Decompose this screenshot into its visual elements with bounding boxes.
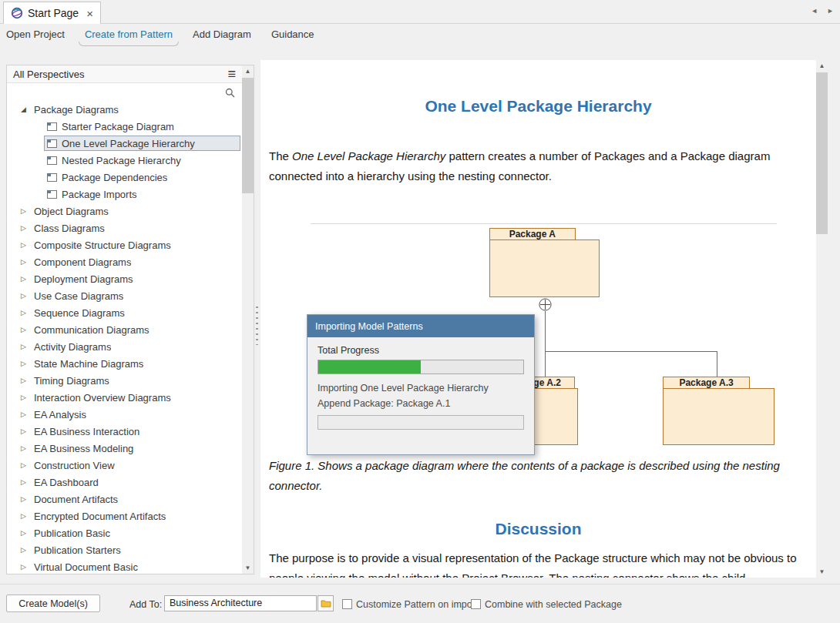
expand-arrow-icon[interactable] (21, 292, 31, 300)
tree-item[interactable]: Deployment Diagrams (7, 270, 242, 287)
expand-arrow-icon[interactable] (21, 377, 31, 384)
expand-arrow-icon[interactable] (21, 546, 31, 554)
nesting-connector-icon (539, 298, 552, 311)
expand-arrow-icon[interactable] (21, 106, 31, 113)
start-page-icon (11, 7, 23, 19)
tree-item-inner: Interaction Overview Diagrams (31, 390, 240, 405)
scrollbar-thumb[interactable] (816, 72, 828, 234)
expand-arrow-icon[interactable] (21, 343, 31, 350)
tree-item[interactable]: Document Artifacts (7, 491, 242, 507)
menu-item[interactable]: Create from Pattern (85, 28, 173, 40)
diagram-pattern-icon (47, 173, 57, 182)
package-a3-label: Package A.3 (663, 377, 750, 389)
tab-scroll-left-icon[interactable]: ◄ (811, 7, 818, 15)
tree-item[interactable]: EA Analysis (7, 406, 242, 423)
tree-item[interactable]: Publication Starters (7, 541, 242, 558)
tree-item[interactable]: Component Diagrams (7, 253, 242, 270)
expand-arrow-icon[interactable] (21, 224, 31, 232)
package-a3-body (663, 388, 774, 445)
menu-item[interactable]: Add Diagram (193, 28, 251, 40)
tree-item[interactable]: Nested Package Hierarchy (7, 152, 242, 169)
document-title: One Level Package Hierarchy (260, 97, 816, 116)
tree-item[interactable]: Activity Diagrams (7, 338, 242, 355)
expand-arrow-icon[interactable] (21, 258, 31, 266)
expand-arrow-icon[interactable] (21, 241, 31, 249)
expand-arrow-icon[interactable] (21, 360, 31, 367)
tree-item[interactable]: Object Diagrams (7, 203, 242, 219)
combine-package-checkbox[interactable] (471, 599, 481, 609)
scroll-down-icon[interactable] (242, 562, 254, 574)
tree-item[interactable]: Package Diagrams (7, 101, 242, 118)
tree-item[interactable]: Package Imports (7, 186, 242, 203)
expand-arrow-icon[interactable] (21, 478, 31, 486)
tree-item-label: Publication Starters (34, 544, 121, 556)
diagram-pattern-icon (47, 156, 57, 165)
scroll-up-icon[interactable] (242, 65, 254, 77)
tree-item[interactable]: Timing Diagrams (7, 372, 242, 389)
tree-item[interactable]: Virtual Document Basic (7, 558, 242, 574)
tree-item[interactable]: Composite Structure Diagrams (7, 236, 242, 253)
create-models-button[interactable]: Create Model(s) (6, 595, 100, 612)
perspectives-header[interactable]: All Perspectives ≡ (7, 65, 242, 83)
menu-item[interactable]: Guidance (271, 28, 314, 40)
tree-item[interactable]: Use Case Diagrams (7, 287, 242, 304)
expand-arrow-icon[interactable] (21, 461, 31, 469)
package-a-label: Package A (489, 228, 576, 240)
tree-item[interactable]: Construction View (7, 457, 242, 474)
tab-scroll-right-icon[interactable]: ► (827, 7, 834, 15)
expand-arrow-icon[interactable] (21, 495, 31, 503)
browse-folder-button[interactable] (318, 595, 334, 611)
expand-arrow-icon[interactable] (21, 394, 31, 401)
tree-item-inner: EA Business Interaction (31, 424, 240, 439)
tree-item[interactable]: State Machine Diagrams (7, 355, 242, 372)
sidebar-scrollbar[interactable] (242, 65, 254, 574)
expand-arrow-icon[interactable] (21, 512, 31, 520)
expand-arrow-icon[interactable] (21, 207, 31, 215)
tree-item[interactable]: EA Business Modeling (7, 440, 242, 457)
expand-arrow-icon[interactable] (21, 444, 31, 452)
expand-arrow-icon[interactable] (21, 410, 31, 418)
tree-item-inner: Deployment Diagrams (31, 271, 240, 286)
expand-arrow-icon[interactable] (21, 309, 31, 317)
tree-item[interactable]: Communication Diagrams (7, 321, 242, 338)
tree-item-inner: Publication Starters (31, 542, 240, 558)
hamburger-menu-icon[interactable]: ≡ (227, 67, 236, 81)
discussion-paragraph: The purpose is to provide a visual repre… (269, 548, 812, 578)
scrollbar-thumb[interactable] (242, 78, 254, 193)
panel-splitter[interactable] (256, 306, 258, 345)
tree-item-label: Document Artifacts (34, 494, 118, 505)
add-to-field[interactable]: Business Architecture (164, 595, 317, 611)
folder-icon (321, 599, 331, 608)
document-scrollbar[interactable] (816, 60, 828, 578)
expand-arrow-icon[interactable] (21, 427, 31, 435)
tree-item[interactable]: Package Dependencies (7, 169, 242, 186)
menu-item[interactable]: Open Project (6, 28, 65, 40)
tree-item[interactable]: EA Business Interaction (7, 423, 242, 440)
tree-item-label: Object Diagrams (34, 206, 109, 217)
tree-item[interactable]: EA Dashboard (7, 474, 242, 491)
figure-caption: Figure 1. Shows a package diagram where … (269, 456, 793, 496)
tab-start-page[interactable]: Start Page × (3, 2, 101, 24)
tree-item[interactable]: Starter Package Diagram (7, 118, 242, 135)
tree-item[interactable]: Class Diagrams (7, 219, 242, 236)
tree-item-inner: State Machine Diagrams (31, 356, 240, 371)
scroll-up-icon[interactable] (816, 60, 828, 72)
perspective-tree: Package Diagrams Starter Package Diagram… (7, 101, 242, 574)
expand-arrow-icon[interactable] (21, 275, 31, 283)
tree-item[interactable]: Interaction Overview Diagrams (7, 389, 242, 406)
search-icon[interactable] (225, 88, 235, 98)
customize-pattern-checkbox[interactable] (342, 599, 352, 609)
import-status-line: Importing One Level Package Hierarchy (318, 383, 524, 394)
dialog-title-bar[interactable]: Importing Model Patterns (307, 315, 534, 337)
tree-item[interactable]: Publication Basic (7, 524, 242, 541)
tree-item[interactable]: Sequence Diagrams (7, 304, 242, 321)
expand-arrow-icon[interactable] (21, 326, 31, 333)
expand-arrow-icon[interactable] (21, 529, 31, 537)
tree-item-label: Sequence Diagrams (34, 307, 125, 319)
expand-arrow-icon[interactable] (21, 563, 31, 571)
tree-item[interactable]: One Level Package Hierarchy (7, 135, 242, 152)
tree-item-inner: Package Dependencies (44, 169, 240, 185)
tab-close-icon[interactable]: × (86, 7, 93, 20)
scroll-down-icon[interactable] (816, 566, 828, 578)
tree-item[interactable]: Encrypted Document Artifacts (7, 507, 242, 524)
